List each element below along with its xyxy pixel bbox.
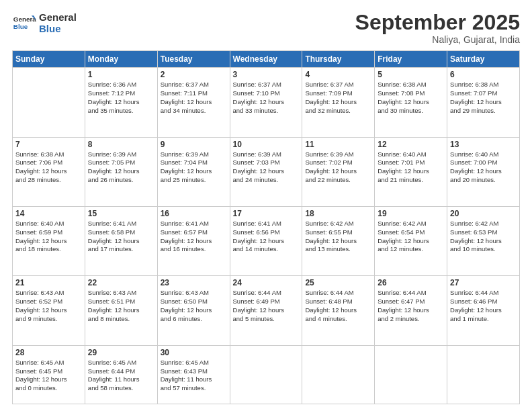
day-info: Sunrise: 6:40 AM Sunset: 7:00 PM Dayligh…	[450, 150, 517, 185]
day-number: 5	[378, 70, 444, 79]
calendar-cell: 25Sunrise: 6:44 AM Sunset: 6:48 PM Dayli…	[302, 276, 375, 345]
calendar-cell: 15Sunrise: 6:41 AM Sunset: 6:58 PM Dayli…	[85, 206, 157, 275]
calendar-week-row: 1Sunrise: 6:36 AM Sunset: 7:12 PM Daylig…	[13, 68, 520, 137]
calendar-header-row: SundayMondayTuesdayWednesdayThursdayFrid…	[13, 51, 520, 68]
day-number: 26	[378, 278, 444, 287]
logo-icon: General Blue	[12, 11, 36, 35]
calendar-cell: 17Sunrise: 6:41 AM Sunset: 6:56 PM Dayli…	[230, 206, 302, 275]
logo-general: General	[39, 11, 77, 23]
weekday-header: Tuesday	[157, 51, 230, 68]
page: General Blue General Blue September 2025…	[0, 0, 532, 411]
day-number: 22	[88, 278, 154, 287]
day-info: Sunrise: 6:38 AM Sunset: 7:06 PM Dayligh…	[15, 150, 82, 185]
calendar-cell: 6Sunrise: 6:38 AM Sunset: 7:07 PM Daylig…	[447, 68, 520, 137]
calendar-cell: 22Sunrise: 6:43 AM Sunset: 6:51 PM Dayli…	[85, 276, 157, 345]
calendar-cell: 26Sunrise: 6:44 AM Sunset: 6:47 PM Dayli…	[375, 276, 447, 345]
day-info: Sunrise: 6:42 AM Sunset: 6:53 PM Dayligh…	[450, 220, 517, 254]
calendar-cell: 30Sunrise: 6:45 AM Sunset: 6:43 PM Dayli…	[157, 345, 230, 404]
day-number: 16	[161, 209, 227, 218]
calendar-cell: 7Sunrise: 6:38 AM Sunset: 7:06 PM Daylig…	[13, 137, 85, 206]
calendar-cell	[447, 345, 520, 404]
day-info: Sunrise: 6:38 AM Sunset: 7:08 PM Dayligh…	[378, 81, 444, 115]
calendar-cell: 1Sunrise: 6:36 AM Sunset: 7:12 PM Daylig…	[85, 68, 157, 137]
day-info: Sunrise: 6:41 AM Sunset: 6:56 PM Dayligh…	[233, 220, 300, 254]
weekday-header: Saturday	[447, 51, 520, 68]
day-number: 28	[15, 348, 82, 357]
weekday-header: Friday	[375, 51, 447, 68]
day-info: Sunrise: 6:42 AM Sunset: 6:54 PM Dayligh…	[378, 220, 444, 254]
day-info: Sunrise: 6:40 AM Sunset: 7:01 PM Dayligh…	[378, 150, 444, 185]
calendar-cell: 19Sunrise: 6:42 AM Sunset: 6:54 PM Dayli…	[375, 206, 447, 275]
day-number: 12	[378, 140, 444, 149]
calendar-cell: 5Sunrise: 6:38 AM Sunset: 7:08 PM Daylig…	[375, 68, 447, 137]
day-info: Sunrise: 6:45 AM Sunset: 6:44 PM Dayligh…	[88, 359, 154, 393]
day-number: 20	[450, 209, 517, 218]
calendar-cell: 21Sunrise: 6:43 AM Sunset: 6:52 PM Dayli…	[13, 276, 85, 345]
header-right: September 2025 Naliya, Gujarat, India	[355, 11, 520, 45]
day-number: 14	[15, 209, 82, 218]
day-number: 6	[450, 70, 517, 79]
calendar-cell	[230, 345, 302, 404]
day-number: 4	[305, 70, 371, 79]
day-number: 3	[233, 70, 300, 79]
calendar-cell: 14Sunrise: 6:40 AM Sunset: 6:59 PM Dayli…	[13, 206, 85, 275]
day-info: Sunrise: 6:37 AM Sunset: 7:11 PM Dayligh…	[161, 81, 227, 115]
day-info: Sunrise: 6:41 AM Sunset: 6:57 PM Dayligh…	[161, 220, 227, 254]
day-info: Sunrise: 6:37 AM Sunset: 7:10 PM Dayligh…	[233, 81, 300, 115]
calendar-cell: 24Sunrise: 6:44 AM Sunset: 6:49 PM Dayli…	[230, 276, 302, 345]
calendar-week-row: 28Sunrise: 6:45 AM Sunset: 6:45 PM Dayli…	[13, 345, 520, 404]
day-number: 9	[161, 140, 227, 149]
day-number: 21	[15, 278, 82, 287]
calendar-cell: 16Sunrise: 6:41 AM Sunset: 6:57 PM Dayli…	[157, 206, 230, 275]
day-number: 1	[88, 70, 154, 79]
day-number: 17	[233, 209, 300, 218]
weekday-header: Wednesday	[230, 51, 302, 68]
day-info: Sunrise: 6:37 AM Sunset: 7:09 PM Dayligh…	[305, 81, 371, 115]
calendar-cell: 29Sunrise: 6:45 AM Sunset: 6:44 PM Dayli…	[85, 345, 157, 404]
calendar-cell: 2Sunrise: 6:37 AM Sunset: 7:11 PM Daylig…	[157, 68, 230, 137]
svg-text:Blue: Blue	[13, 23, 28, 30]
day-info: Sunrise: 6:45 AM Sunset: 6:43 PM Dayligh…	[161, 359, 227, 393]
day-info: Sunrise: 6:45 AM Sunset: 6:45 PM Dayligh…	[15, 359, 82, 393]
calendar-cell	[375, 345, 447, 404]
calendar-table: SundayMondayTuesdayWednesdayThursdayFrid…	[12, 50, 520, 404]
top-area: General Blue General Blue September 2025…	[12, 11, 520, 45]
day-number: 24	[233, 278, 300, 287]
calendar-cell: 27Sunrise: 6:44 AM Sunset: 6:46 PM Dayli…	[447, 276, 520, 345]
day-info: Sunrise: 6:39 AM Sunset: 7:05 PM Dayligh…	[88, 150, 154, 185]
day-info: Sunrise: 6:43 AM Sunset: 6:52 PM Dayligh…	[15, 289, 82, 323]
calendar-cell: 4Sunrise: 6:37 AM Sunset: 7:09 PM Daylig…	[302, 68, 375, 137]
day-info: Sunrise: 6:39 AM Sunset: 7:04 PM Dayligh…	[161, 150, 227, 185]
day-number: 7	[15, 140, 82, 149]
calendar-cell: 3Sunrise: 6:37 AM Sunset: 7:10 PM Daylig…	[230, 68, 302, 137]
logo-blue: Blue	[39, 23, 77, 34]
day-info: Sunrise: 6:43 AM Sunset: 6:51 PM Dayligh…	[88, 289, 154, 323]
day-number: 18	[305, 209, 371, 218]
day-number: 25	[305, 278, 371, 287]
calendar-cell: 23Sunrise: 6:43 AM Sunset: 6:50 PM Dayli…	[157, 276, 230, 345]
day-info: Sunrise: 6:38 AM Sunset: 7:07 PM Dayligh…	[450, 81, 517, 115]
weekday-header: Thursday	[302, 51, 375, 68]
weekday-header: Sunday	[13, 51, 85, 68]
day-info: Sunrise: 6:39 AM Sunset: 7:02 PM Dayligh…	[305, 150, 371, 185]
day-info: Sunrise: 6:43 AM Sunset: 6:50 PM Dayligh…	[161, 289, 227, 323]
day-info: Sunrise: 6:36 AM Sunset: 7:12 PM Dayligh…	[88, 81, 154, 115]
day-number: 23	[161, 278, 227, 287]
weekday-header: Monday	[85, 51, 157, 68]
day-info: Sunrise: 6:42 AM Sunset: 6:55 PM Dayligh…	[305, 220, 371, 254]
day-number: 27	[450, 278, 517, 287]
day-number: 15	[88, 209, 154, 218]
day-info: Sunrise: 6:44 AM Sunset: 6:49 PM Dayligh…	[233, 289, 300, 323]
calendar-cell: 18Sunrise: 6:42 AM Sunset: 6:55 PM Dayli…	[302, 206, 375, 275]
calendar-cell	[13, 68, 85, 137]
day-info: Sunrise: 6:44 AM Sunset: 6:46 PM Dayligh…	[450, 289, 517, 323]
logo: General Blue General Blue	[12, 11, 77, 35]
day-number: 29	[88, 348, 154, 357]
day-info: Sunrise: 6:39 AM Sunset: 7:03 PM Dayligh…	[233, 150, 300, 185]
calendar-cell: 11Sunrise: 6:39 AM Sunset: 7:02 PM Dayli…	[302, 137, 375, 206]
location: Naliya, Gujarat, India	[355, 34, 520, 45]
day-number: 2	[161, 70, 227, 79]
calendar-cell: 28Sunrise: 6:45 AM Sunset: 6:45 PM Dayli…	[13, 345, 85, 404]
day-number: 30	[161, 348, 227, 357]
calendar-week-row: 7Sunrise: 6:38 AM Sunset: 7:06 PM Daylig…	[13, 137, 520, 206]
